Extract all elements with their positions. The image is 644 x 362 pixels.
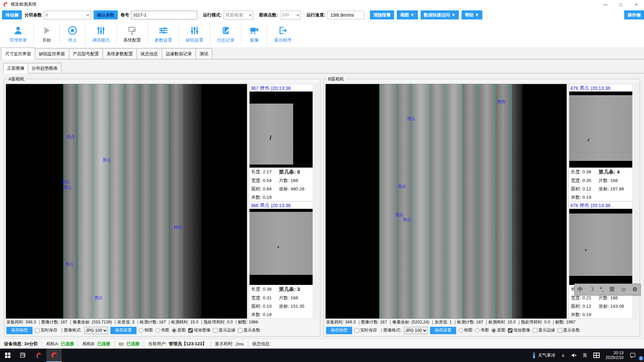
action-debug-sliders[interactable]: 调试模式 bbox=[85, 23, 116, 45]
zoom-image-checkbox[interactable]: 缩放图像 bbox=[188, 327, 211, 333]
sub-tab-1[interactable]: 分布趋势图表 bbox=[28, 63, 61, 73]
show-count-checkbox[interactable]: 显示条数 bbox=[238, 327, 260, 333]
measure-cell: 第几条: 8 bbox=[279, 169, 311, 175]
defect-card: 366黑点|20:13:38长度: 0.38第几条: 3宽度: 0.31片数: … bbox=[249, 201, 313, 318]
realtime-save-checkbox[interactable]: 实时保存 bbox=[355, 327, 377, 333]
slit-strip bbox=[429, 84, 445, 318]
bright-image-radio[interactable]: 亮图 bbox=[475, 327, 489, 333]
minimize-button[interactable]: — bbox=[598, 0, 613, 9]
current-user-value: 管理员【123-123】 bbox=[169, 341, 207, 347]
start-button[interactable] bbox=[0, 349, 15, 362]
sub-tab-0[interactable]: 正面图像 bbox=[3, 63, 28, 73]
ime-moon-icon[interactable]: ☽ bbox=[589, 286, 594, 293]
action-user[interactable]: 管理登录 bbox=[3, 23, 34, 45]
show-edge-checkbox[interactable]: 显示边缘 bbox=[213, 327, 235, 333]
main-tab-1[interactable]: 缺陷监控界面 bbox=[35, 48, 69, 59]
zoom-image-checkbox-input[interactable] bbox=[508, 328, 513, 333]
language-indicator[interactable]: 英 bbox=[580, 349, 590, 362]
chart-points-select[interactable]: 100 bbox=[280, 11, 301, 19]
action-center-button[interactable]: 6 bbox=[627, 349, 644, 362]
weather-tray-item[interactable]: 天气寒冷 bbox=[529, 349, 558, 362]
action-log[interactable]: 日志记录 bbox=[210, 23, 241, 45]
operator-side-button[interactable]: 操作侧 bbox=[624, 10, 644, 19]
play-icon bbox=[41, 25, 53, 36]
save-snapshot-button[interactable]: 保存快照 bbox=[6, 327, 33, 334]
main-tab-3[interactable]: 系统参数配置 bbox=[103, 48, 137, 59]
ime-emoji-icon[interactable]: ☺ bbox=[621, 286, 627, 293]
original-image-radio[interactable]: 原图 bbox=[172, 327, 186, 333]
show-count-checkbox-input[interactable] bbox=[557, 328, 562, 333]
action-defect-sliders[interactable]: 缺陷设置 bbox=[179, 23, 210, 45]
ime-simplified-icon[interactable]: 简 bbox=[609, 286, 615, 293]
show-edge-checkbox-input[interactable] bbox=[213, 328, 218, 333]
action-params-sliders[interactable]: 参数设置 bbox=[148, 23, 179, 45]
ime-punctuation-icon[interactable]: °, bbox=[600, 286, 604, 293]
defect-card-header: 366黑点|20:13:38 bbox=[249, 201, 313, 209]
save-settings-button[interactable]: 保存设置 bbox=[110, 327, 137, 334]
defect-card-header: 479黑点|20:13:38 bbox=[569, 84, 633, 92]
original-image-radio[interactable]: 原图 bbox=[491, 327, 505, 333]
close-button[interactable]: × bbox=[629, 0, 644, 9]
realtime-save-input[interactable] bbox=[35, 328, 40, 333]
show-count-checkbox-input[interactable] bbox=[238, 328, 243, 333]
run-mode-label: 运行模式: bbox=[203, 12, 222, 18]
drive-side-button[interactable]: 传动侧 bbox=[2, 10, 22, 19]
show-edge-checkbox-input[interactable] bbox=[533, 328, 537, 333]
ime-lang-indicator[interactable]: 中 bbox=[578, 286, 583, 293]
bright-image-radio-input[interactable] bbox=[155, 328, 160, 333]
help-menu-button[interactable]: 帮助 ▼ bbox=[462, 10, 482, 19]
data-quick-access-menu-button[interactable]: 数据快捷访问 ▼ bbox=[421, 10, 459, 19]
maximize-button[interactable]: □ bbox=[613, 0, 629, 9]
zoom-image-checkbox-input[interactable] bbox=[188, 328, 193, 333]
zoom-image-checkbox[interactable]: 缩放图像 bbox=[508, 327, 530, 333]
action-play[interactable]: 开始 bbox=[34, 23, 59, 45]
camera-group-b: B面相机挫伤黑点黑点黑点黑点479黑点|20:13:38长度: 0.38第几条:… bbox=[324, 79, 640, 337]
show-edge-checkbox[interactable]: 显示边缘 bbox=[533, 327, 555, 333]
taskbar-app-active[interactable] bbox=[46, 349, 62, 362]
task-view-button[interactable] bbox=[15, 349, 31, 362]
defect-blob bbox=[277, 246, 279, 248]
action-system-config[interactable]: 系统配置 bbox=[116, 23, 148, 45]
save-settings-button[interactable]: 保存设置 bbox=[430, 327, 456, 334]
image-format-select[interactable]: JPG 100 bbox=[84, 327, 108, 334]
realtime-save-input[interactable] bbox=[355, 328, 359, 333]
dark-image-radio-input[interactable] bbox=[459, 328, 463, 333]
image-format-select[interactable]: JPG 100 bbox=[404, 327, 428, 334]
volume-button[interactable] bbox=[568, 349, 580, 362]
show-count-checkbox[interactable]: 显示条数 bbox=[557, 327, 580, 333]
dark-image-radio-input[interactable] bbox=[139, 328, 144, 333]
realtime-save-checkbox[interactable]: 实时保存 bbox=[35, 327, 57, 333]
dark-image-radio-label: 暗图 bbox=[464, 327, 473, 333]
action-exit[interactable]: 退出程序 bbox=[267, 23, 298, 45]
confirm-count-button[interactable]: 确认条数 bbox=[94, 10, 118, 19]
save-snapshot-button[interactable]: 保存快照 bbox=[326, 327, 352, 334]
main-tab-0[interactable]: 尺寸监控界面 bbox=[1, 48, 35, 59]
taskbar-clock[interactable]: 20:13 2025/2/10 bbox=[603, 349, 627, 362]
clear-alarm-button[interactable]: 清除报警 bbox=[370, 10, 394, 19]
dark-image-radio[interactable]: 暗图 bbox=[459, 327, 473, 333]
main-tab-4[interactable]: 状态信息 bbox=[137, 48, 162, 59]
slit-count-select[interactable]: 8 bbox=[44, 11, 91, 19]
measure-label: 第几条: bbox=[279, 286, 296, 292]
main-tab-6[interactable]: 测试 bbox=[196, 48, 212, 59]
original-image-radio-input[interactable] bbox=[491, 328, 496, 333]
bright-image-radio[interactable]: 亮图 bbox=[155, 327, 169, 333]
roll-number-input[interactable] bbox=[131, 11, 197, 19]
defect-marker: 黑点 bbox=[63, 185, 71, 190]
ime-settings-icon[interactable]: ⚙ bbox=[632, 286, 637, 293]
dark-image-radio[interactable]: 暗图 bbox=[139, 327, 153, 333]
main-tab-2[interactable]: 产品型号配置 bbox=[69, 48, 103, 59]
ime-keyboard-button[interactable] bbox=[590, 349, 603, 362]
taskbar-app-secondary[interactable] bbox=[31, 349, 46, 362]
current-user-label: 当前用户: bbox=[148, 341, 167, 347]
tray-expand-button[interactable]: ∧ bbox=[558, 349, 568, 362]
measure-value: 480.28 bbox=[290, 186, 304, 191]
view-menu-button[interactable]: 视图 ▼ bbox=[397, 10, 418, 19]
main-tab-5[interactable]: 边缘数据记录 bbox=[162, 48, 196, 59]
defect-list-scrollbar[interactable] bbox=[315, 84, 319, 319]
bright-image-radio-input[interactable] bbox=[475, 328, 480, 333]
action-video-camera[interactable]: 摄像 bbox=[241, 23, 267, 45]
run-mode-select[interactable]: 双面检测 bbox=[224, 11, 253, 19]
action-stop[interactable]: 停止 bbox=[59, 23, 85, 45]
original-image-radio-input[interactable] bbox=[172, 328, 176, 333]
